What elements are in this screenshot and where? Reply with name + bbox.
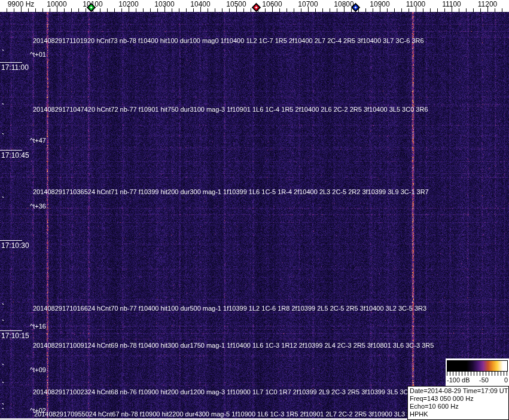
freq-axis-tick [179,8,179,12]
colorbar-tick [489,372,489,376]
freq-axis-tick [344,7,345,12]
freq-axis-tick [265,8,266,12]
freq-axis-tick [430,8,431,12]
freq-axis-tick [28,8,29,12]
info-frequency: Freq=143 050 000 Hz [410,395,508,403]
freq-axis-tick [416,7,416,12]
freq-axis-tick [315,8,316,12]
freq-axis-tick [272,7,273,12]
freq-axis-tick [50,8,50,12]
colorbar-tick [492,372,492,376]
freq-axis-tick [502,8,502,12]
freq-axis-tick [114,8,115,12]
freq-axis-tick [322,8,323,12]
freq-axis-tick [251,8,251,12]
freq-axis-tick [7,8,7,12]
freq-axis-tick [452,7,452,12]
freq-axis-tick [236,7,237,12]
freq-axis-tick [473,8,474,12]
legend-label-mid: -50 [479,376,489,384]
freq-axis-tick [129,7,129,12]
colorbar-tick [495,372,495,376]
colorbar-tick [498,372,498,376]
freq-axis-tick [14,8,14,12]
legend-label-min: -100 dB [447,376,470,384]
colorbar-tick [486,372,486,376]
freq-axis-tick [64,8,65,12]
freq-axis-tick [495,8,495,12]
info-echo: Echo=10 600 Hz [410,403,508,410]
freq-axis-tick [459,8,459,12]
colorbar-tick [507,372,507,376]
freq-axis-tick [193,8,194,12]
freq-axis-tick [208,8,208,12]
colorbar-tick [459,372,459,376]
freq-axis-tick [444,8,445,12]
colorbar-tick [447,372,447,376]
freq-axis-tick [150,8,151,12]
freq-axis-tick [243,8,244,12]
freq-axis-tick [186,8,187,12]
freq-marker-red-icon[interactable] [251,3,261,13]
freq-axis-tick [200,7,201,12]
info-box: Date=2014-08-29 Time=17:09 UTC Freq=143 … [407,386,509,420]
colorbar-tick [504,372,504,376]
colorbar-tick [474,372,474,376]
freq-axis-tick [401,8,402,12]
freq-axis-tick [480,8,481,12]
freq-axis-tick [21,7,22,12]
freq-axis-tick [222,8,223,12]
freq-axis-tick [42,8,43,12]
freq-axis-tick [286,8,287,12]
colorbar-legend: -100 dB -50 0 [446,358,509,386]
spectrogram-canvas [0,12,509,418]
spectrogram-window: 9900 Hz100001010010200103001040010500106… [0,0,509,420]
colorbar-tick [477,372,477,376]
freq-axis-tick [351,8,352,12]
freq-axis-tick [215,8,215,12]
colorbar-ticks [447,372,508,376]
freq-axis-tick [487,7,488,12]
colorbar-tick [468,372,468,376]
colorbar-tick [480,372,480,376]
freq-axis-tick [172,8,172,12]
freq-axis-tick [229,8,230,12]
freq-axis-tick [136,8,136,12]
colorbar-tick [471,372,471,376]
freq-axis-tick [71,8,72,12]
freq-axis-tick [294,8,294,12]
freq-axis-tick [337,8,337,12]
freq-axis-tick [373,8,373,12]
freq-axis-tick [394,8,395,12]
freq-axis-tick [466,8,467,12]
info-station-id: HPHK [410,410,508,418]
legend-label-max: 0 [504,376,508,384]
freq-axis-tick [100,8,100,12]
colorbar-tick [465,372,465,376]
freq-axis-tick [86,8,86,12]
freq-axis-tick [437,8,438,12]
frequency-axis: 9900 Hz100001010010200103001040010500106… [0,0,509,12]
freq-axis-tick [164,7,165,12]
colorbar-tick [453,372,453,376]
info-date-time: Date=2014-08-29 Time=17:09 UTC [410,387,508,395]
colorbar-tick [462,372,462,376]
freq-axis-tick [143,8,144,12]
freq-axis-tick [78,8,79,12]
freq-axis-tick [301,8,301,12]
freq-axis-tick [57,7,57,12]
freq-axis-tick [107,8,108,12]
freq-axis-tick [121,8,122,12]
freq-axis-tick [157,8,158,12]
freq-axis-tick [380,7,380,12]
freq-axis-tick [308,7,309,12]
freq-axis-tick [365,8,366,12]
freq-axis-tick [387,8,388,12]
freq-axis-tick [409,8,409,12]
colorbar-tick [483,372,483,376]
freq-axis-tick [330,8,330,12]
colorbar-tick [501,372,501,376]
colorbar-gradient [447,360,508,372]
freq-axis-tick [35,8,36,12]
freq-axis-tick [423,8,423,12]
